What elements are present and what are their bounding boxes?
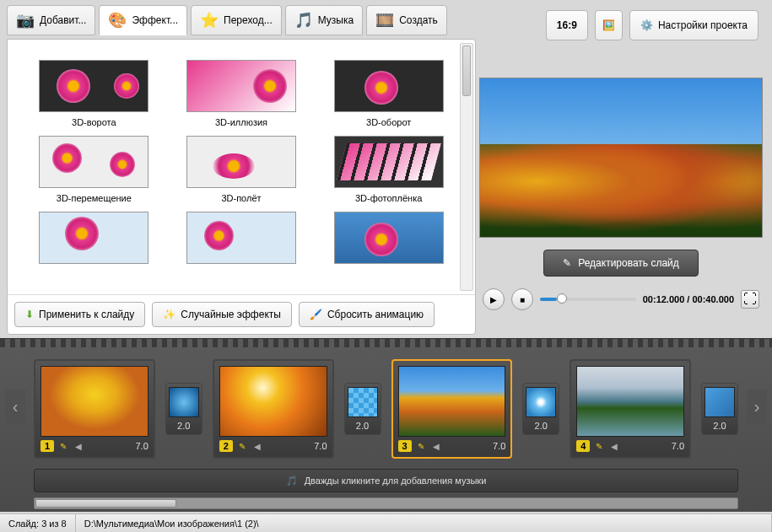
effect-item[interactable]: 3D-полёт (181, 136, 303, 203)
slide-number: 3 (398, 440, 412, 452)
playback-controls: ▶ ■ 00:12.000 / 00:40.000 ⛶ (479, 288, 763, 310)
transition-duration: 2.0 (535, 421, 548, 431)
sound-icon[interactable]: ◀ (430, 440, 442, 452)
right-toolbar: 16:9 🖼️ ⚙️ Настройки проекта (546, 5, 765, 39)
timeline-scrollbar[interactable] (34, 497, 738, 509)
pencil-icon: ✎ (563, 257, 571, 269)
film-edge-top (0, 339, 772, 347)
slide-duration: 7.0 (493, 441, 505, 451)
sound-icon[interactable]: ◀ (251, 440, 263, 452)
effects-scroll: 3D-ворота 3D-иллюзия 3D-оборот 3D-переме… (8, 40, 475, 294)
effect-thumb (186, 212, 296, 264)
timeline-next-button[interactable]: › (747, 390, 767, 423)
brush-icon: 🖌️ (310, 309, 322, 320)
effects-actions: ⬇ Применить к слайду ✨ Случайные эффекты… (8, 294, 475, 334)
sound-icon[interactable]: ◀ (73, 440, 84, 452)
play-button[interactable]: ▶ (483, 288, 505, 310)
wand-icon: ✨ (163, 309, 175, 320)
slide-number: 1 (40, 440, 54, 452)
timeline-scroll-thumb[interactable] (35, 499, 176, 508)
slide-thumb (576, 366, 684, 437)
random-effects-button[interactable]: ✨ Случайные эффекты (152, 302, 292, 327)
slide-card[interactable]: 1 ✎ ◀ 7.0 (34, 359, 155, 459)
apply-to-slide-button[interactable]: ⬇ Применить к слайду (14, 302, 145, 327)
slide-info: 2 ✎ ◀ 7.0 (219, 440, 327, 452)
effect-item[interactable] (327, 212, 450, 264)
reset-animation-button[interactable]: 🖌️ Сбросить анимацию (299, 302, 435, 327)
timeline-slides: 1 ✎ ◀ 7.0 2.0 2 ✎ ◀ 7.0 2.0 (0, 347, 772, 465)
transition-card[interactable]: 2.0 (522, 383, 559, 435)
transition-thumb (526, 387, 556, 417)
time-thumb[interactable] (557, 293, 567, 304)
arrow-down-icon: ⬇ (25, 309, 34, 320)
slide-info: 3 ✎ ◀ 7.0 (398, 440, 506, 452)
preview-panel: ✎ Редактировать слайд ▶ ■ 00:12.000 / 00… (479, 39, 763, 338)
slide-card[interactable]: 4 ✎ ◀ 7.0 (570, 359, 691, 459)
preview-image (479, 78, 763, 238)
tab-add[interactable]: 📷 Добавит... (7, 5, 95, 35)
stop-button[interactable]: ■ (511, 288, 533, 310)
effect-thumb (39, 136, 148, 188)
edit-icon[interactable]: ✎ (593, 440, 605, 452)
random-label: Случайные эффекты (181, 309, 281, 320)
time-display: 00:12.000 / 00:40.000 (643, 294, 734, 304)
tab-create-label: Создать (399, 14, 438, 26)
effect-item[interactable]: 3D-фотоплёнка (327, 136, 450, 203)
edit-icon[interactable]: ✎ (236, 440, 248, 452)
slide-number: 2 (219, 440, 233, 452)
status-bar: Слайд: 3 из 8 D:\Мультимедиа\Мои изображ… (0, 513, 772, 532)
tab-create[interactable]: 🎞️ Создать (366, 5, 447, 35)
transition-duration: 2.0 (177, 421, 190, 431)
slide-info: 1 ✎ ◀ 7.0 (40, 440, 148, 452)
fullscreen-button[interactable]: ⛶ (741, 290, 759, 309)
tab-transitions[interactable]: ⭐ Переход... (191, 5, 282, 35)
effect-thumb (39, 212, 148, 264)
status-slide: Слайд: 3 из 8 (0, 514, 76, 532)
transition-card[interactable]: 2.0 (165, 383, 202, 435)
time-slider[interactable] (540, 298, 636, 301)
sound-icon[interactable]: ◀ (608, 440, 620, 452)
transition-thumb (169, 387, 199, 417)
tab-music[interactable]: 🎵 Музыка (285, 5, 363, 35)
slide-duration: 7.0 (672, 441, 684, 451)
effect-thumb (39, 60, 148, 112)
tab-add-label: Добавит... (40, 14, 86, 26)
effect-thumb (334, 212, 444, 264)
slide-thumb (40, 366, 148, 437)
star-icon: ⭐ (200, 11, 219, 30)
transition-card[interactable]: 2.0 (701, 383, 738, 435)
effect-item[interactable] (33, 212, 155, 264)
effect-item[interactable] (181, 212, 303, 264)
slide-card[interactable]: 2 ✎ ◀ 7.0 (213, 359, 334, 459)
tab-effects[interactable]: 🎨 Эффект... (99, 5, 187, 35)
edit-icon[interactable]: ✎ (57, 440, 69, 452)
slide-duration: 7.0 (314, 441, 327, 451)
slide-card-selected[interactable]: 3 ✎ ◀ 7.0 (391, 359, 513, 459)
project-settings-button[interactable]: ⚙️ Настройки проекта (629, 10, 759, 40)
effects-scrollbar[interactable] (460, 43, 473, 291)
effect-thumb (186, 136, 296, 188)
tab-effects-label: Эффект... (132, 14, 178, 26)
slide-duration: 7.0 (135, 441, 148, 451)
effect-item[interactable]: 3D-перемещение (33, 136, 155, 203)
apply-label: Применить к слайду (39, 309, 134, 320)
edit-icon[interactable]: ✎ (415, 440, 427, 452)
timeline-prev-button[interactable]: ‹ (5, 390, 25, 423)
music-track[interactable]: 🎵 Дважды кликните для добавления музыки (34, 469, 738, 492)
effect-item[interactable]: 3D-иллюзия (181, 60, 303, 127)
effect-item[interactable]: 3D-ворота (33, 60, 155, 127)
effect-label: 3D-оборот (366, 117, 411, 127)
scroll-thumb[interactable] (462, 46, 471, 96)
theme-button[interactable]: 🖼️ (595, 10, 623, 40)
camera-icon: 📷 (16, 11, 35, 30)
effect-label: 3D-полёт (221, 193, 261, 203)
effect-item[interactable]: 3D-оборот (327, 60, 450, 127)
slide-thumb (219, 366, 327, 437)
transition-thumb (348, 387, 378, 417)
effect-thumb (186, 60, 296, 112)
aspect-ratio-button[interactable]: 16:9 (546, 10, 588, 40)
effect-label: 3D-перемещение (57, 193, 132, 203)
edit-slide-button[interactable]: ✎ Редактировать слайд (543, 250, 699, 277)
music-note-icon: 🎵 (286, 476, 298, 486)
transition-card[interactable]: 2.0 (344, 383, 381, 435)
